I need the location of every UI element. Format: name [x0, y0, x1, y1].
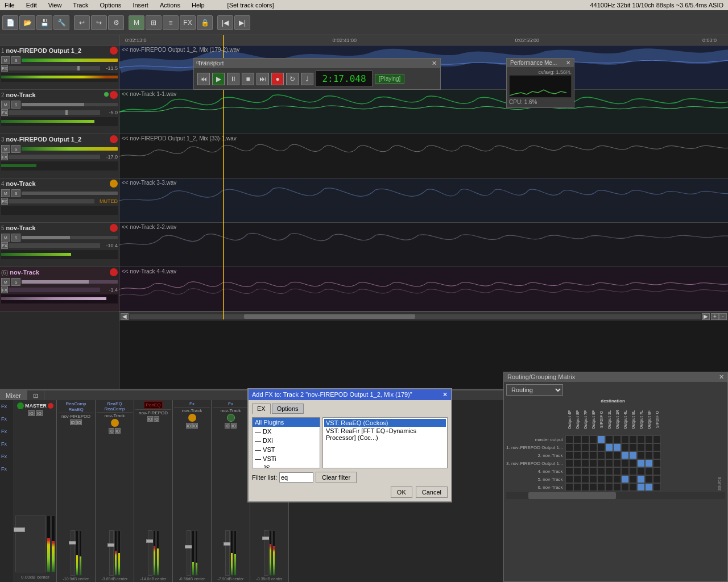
track-fx-3[interactable]: FX — [1, 153, 8, 160]
ch5-io-1[interactable]: IO — [225, 423, 230, 429]
track-fader-1[interactable] — [9, 66, 100, 70]
transport-title[interactable]: Transport ✕ — [194, 59, 440, 68]
plugin-cat-js[interactable]: — JS — [253, 463, 320, 468]
routing-cell-4-2[interactable] — [573, 467, 581, 475]
routing-cell-5-10[interactable] — [637, 475, 645, 483]
routing-cell-3-4[interactable] — [589, 459, 597, 467]
track-rec-4[interactable] — [110, 180, 118, 188]
routing-cell-4-10[interactable] — [637, 467, 645, 475]
lock-button[interactable]: 🔒 — [197, 15, 213, 30]
master-fader[interactable] — [15, 516, 46, 572]
routing-cell-1-3[interactable] — [581, 443, 589, 451]
cancel-button[interactable]: Cancel — [416, 487, 448, 498]
routing-cell-1-4[interactable] — [589, 443, 597, 451]
fx-tab-options[interactable]: Options — [272, 404, 304, 414]
menu-view[interactable]: View — [46, 2, 64, 9]
track-fx-2[interactable]: FX — [1, 109, 8, 116]
plugin-category-list[interactable]: All Plugins — DX — DXi — VST — VSTi — JS — [252, 417, 320, 468]
ch2-io-1[interactable]: IO — [109, 428, 114, 434]
track-fader-6[interactable] — [9, 288, 100, 292]
master-rec[interactable] — [48, 403, 53, 409]
routing-cell-1-12[interactable] — [653, 443, 661, 451]
waveform-track-2[interactable]: << nov-Track 1-1.wav — [119, 90, 728, 134]
master-io-right[interactable]: IO — [36, 410, 43, 416]
routing-close[interactable]: ✕ — [719, 373, 724, 381]
routing-cell-4-9[interactable] — [629, 467, 637, 475]
routing-scrollbar[interactable] — [506, 492, 725, 499]
routing-cell-m-5[interactable] — [597, 435, 605, 443]
routing-cell-2-9[interactable] — [629, 451, 637, 459]
routing-cell-m-10[interactable] — [637, 435, 645, 443]
ch4-io-2[interactable]: IO — [192, 423, 198, 429]
routing-cell-5-8[interactable] — [621, 475, 629, 483]
transport-close[interactable]: ✕ — [432, 60, 437, 67]
track-mute-2[interactable]: M — [1, 101, 10, 109]
track-fx-6[interactable]: FX — [1, 286, 8, 293]
routing-cell-5-2[interactable] — [573, 475, 581, 483]
master-power[interactable] — [17, 402, 24, 409]
plugin-cat-dxi[interactable]: — DXi — [253, 436, 320, 445]
go-start-button[interactable]: ⏮ — [197, 73, 210, 85]
routing-cell-5-4[interactable] — [589, 475, 597, 483]
routing-cell-1-2[interactable] — [573, 443, 581, 451]
routing-cell-1-10[interactable] — [637, 443, 645, 451]
ch1-io-2[interactable]: IO — [76, 419, 82, 425]
undo-button[interactable]: ↩ — [74, 15, 90, 30]
perf-close[interactable]: ✕ — [566, 60, 570, 66]
ch4-fx[interactable]: Fx — [189, 401, 195, 406]
track-solo-5[interactable]: S — [11, 234, 20, 242]
routing-cell-3-10[interactable] — [637, 459, 645, 467]
extra-tab[interactable]: ⊡ — [27, 390, 44, 401]
routing-cell-4-3[interactable] — [581, 467, 589, 475]
open-button[interactable]: 📂 — [19, 15, 35, 30]
clear-filter-button[interactable]: Clear filter — [316, 472, 357, 483]
routing-cell-5-7[interactable] — [613, 475, 621, 483]
routing-cell-3-5[interactable] — [597, 459, 605, 467]
scroll-right-btn[interactable]: ▶ — [702, 313, 710, 320]
routing-cell-4-1[interactable] — [565, 467, 573, 475]
track-rec-3[interactable] — [110, 135, 118, 143]
redo-button[interactable]: ↪ — [91, 15, 107, 30]
waveform-track-3[interactable]: << nov-FIREPOD Output 1_2, Mix (33)-1.wa… — [119, 134, 728, 178]
routing-cell-6-9[interactable] — [629, 483, 637, 491]
record-button[interactable]: ● — [271, 73, 284, 85]
routing-cell-2-3[interactable] — [581, 451, 589, 459]
play-button[interactable]: ▶ — [212, 73, 225, 85]
track-rec-1[interactable] — [110, 47, 118, 55]
routing-cell-1-11[interactable] — [645, 443, 653, 451]
ch1-fx-reaeq[interactable]: ReaEQ — [68, 407, 83, 412]
routing-cell-m-2[interactable] — [573, 435, 581, 443]
plugin-cat-dx[interactable]: — DX — [253, 427, 320, 436]
render-button[interactable]: 🔧 — [53, 15, 69, 30]
menu-track[interactable]: Track — [71, 2, 90, 9]
menu-file[interactable]: File — [2, 2, 17, 9]
ch2-fader[interactable] — [109, 530, 114, 576]
routing-cell-3-7[interactable] — [613, 459, 621, 467]
routing-cell-2-6[interactable] — [605, 451, 613, 459]
routing-cell-6-5[interactable] — [597, 483, 605, 491]
track-solo-3[interactable]: S — [11, 145, 20, 153]
master-io-left[interactable]: IO — [28, 410, 35, 416]
scrollbar-thumb[interactable] — [244, 314, 415, 319]
routing-cell-2-11[interactable] — [645, 451, 653, 459]
routing-cell-m-11[interactable] — [645, 435, 653, 443]
add-fx-close[interactable]: ✕ — [442, 391, 448, 398]
ch3-io-2[interactable]: IO — [154, 416, 159, 422]
ch5-fx[interactable]: Fx — [228, 401, 233, 406]
track-fader-5[interactable] — [9, 243, 100, 248]
scroll-left-btn[interactable]: ◀ — [121, 313, 129, 320]
routing-cell-6-4[interactable] — [589, 483, 597, 491]
routing-cell-6-6[interactable] — [605, 483, 613, 491]
routing-cell-3-8[interactable] — [621, 459, 629, 467]
menu-actions[interactable]: Actions — [158, 2, 183, 9]
plugin-cat-vsti[interactable]: — VSTi — [253, 454, 320, 463]
routing-cell-4-4[interactable] — [589, 467, 597, 475]
routing-cell-m-1[interactable] — [565, 435, 573, 443]
routing-cell-1-9[interactable] — [629, 443, 637, 451]
routing-cell-1-8[interactable] — [621, 443, 629, 451]
loop-button[interactable]: ↻ — [286, 73, 299, 85]
routing-cell-6-10[interactable] — [637, 483, 645, 491]
ch2-io-2[interactable]: IO — [115, 428, 121, 434]
plugin-cat-allplugins[interactable]: All Plugins — [253, 418, 320, 427]
metronome-button[interactable]: ♩ — [301, 73, 313, 85]
